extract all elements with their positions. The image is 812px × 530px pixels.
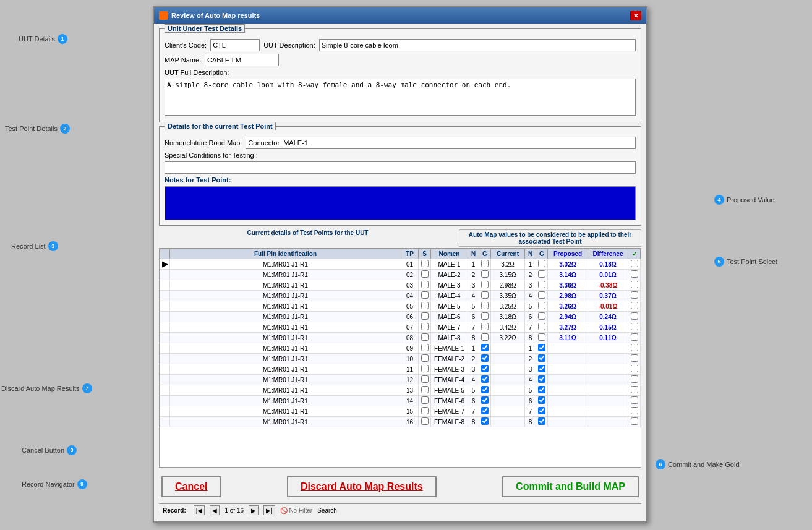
discard-button[interactable]: Discard Auto Map Results [287, 476, 437, 497]
cell-g[interactable] [479, 406, 491, 417]
cell-s[interactable] [419, 291, 431, 301]
cell-g2[interactable] [536, 259, 548, 270]
nav-prev-button[interactable]: ◀ [210, 505, 220, 515]
cell-s[interactable] [419, 364, 431, 375]
cell-select[interactable] [628, 333, 641, 343]
row-pointer [160, 333, 170, 343]
cell-select[interactable] [628, 322, 641, 333]
cell-s[interactable] [419, 280, 431, 291]
cell-select[interactable] [628, 354, 641, 364]
cell-n: 1 [468, 343, 479, 354]
search-label[interactable]: Search [317, 507, 337, 514]
cell-s[interactable] [419, 396, 431, 406]
cell-select[interactable] [628, 385, 641, 396]
cell-select[interactable] [628, 396, 641, 406]
cell-pin: M1:MR01 J1-R1 [170, 301, 401, 312]
cell-g2[interactable] [536, 354, 548, 364]
cell-g2[interactable] [536, 333, 548, 343]
cell-g[interactable] [479, 354, 491, 364]
table-row: M1:MR01 J1-R1 16 FEMALE-8 8 8 [160, 417, 641, 427]
cell-pin: M1:MR01 J1-R1 [170, 280, 401, 291]
cell-g[interactable] [479, 291, 491, 301]
cell-g2[interactable] [536, 417, 548, 427]
annotation-commit-make-gold: 6 Commit and Make Gold [656, 459, 740, 469]
data-table-container[interactable]: Full Pin Identification TP S Nomen N G C… [159, 248, 641, 468]
cell-g2[interactable] [536, 406, 548, 417]
cell-g2[interactable] [536, 312, 548, 322]
cell-g2[interactable] [536, 280, 548, 291]
cell-g2[interactable] [536, 364, 548, 375]
cell-nomen: MALE-1 [431, 259, 468, 270]
nav-last-button[interactable]: ▶| [263, 505, 275, 515]
clients-code-input[interactable] [210, 39, 260, 51]
map-name-input[interactable] [205, 54, 279, 66]
cell-current [491, 396, 525, 406]
cell-s[interactable] [419, 312, 431, 322]
notes-field [165, 186, 636, 220]
cell-g[interactable] [479, 333, 491, 343]
cell-select[interactable] [628, 291, 641, 301]
cell-select[interactable] [628, 280, 641, 291]
cell-select[interactable] [628, 417, 641, 427]
cell-g[interactable] [479, 343, 491, 354]
cell-s[interactable] [419, 270, 431, 280]
cell-select[interactable] [628, 301, 641, 312]
titlebar-left: Review of Auto Map results [159, 11, 260, 20]
cell-s[interactable] [419, 322, 431, 333]
cell-g[interactable] [479, 385, 491, 396]
table-body: ▶ M1:MR01 J1-R1 01 MALE-1 1 3.2Ω 1 3.02Ω… [160, 259, 641, 427]
cell-s[interactable] [419, 259, 431, 270]
cell-n: 5 [468, 385, 479, 396]
commit-button[interactable]: Commit and Build MAP [502, 476, 639, 497]
cell-select[interactable] [628, 364, 641, 375]
cell-s[interactable] [419, 375, 431, 385]
cell-g[interactable] [479, 259, 491, 270]
cell-n: 3 [468, 280, 479, 291]
cell-select[interactable] [628, 259, 641, 270]
cell-select[interactable] [628, 375, 641, 385]
cell-g2[interactable] [536, 385, 548, 396]
cell-s[interactable] [419, 417, 431, 427]
cell-s[interactable] [419, 343, 431, 354]
cell-s[interactable] [419, 301, 431, 312]
cell-select[interactable] [628, 270, 641, 280]
cell-current [491, 406, 525, 417]
cell-s[interactable] [419, 385, 431, 396]
cell-tp: 05 [401, 301, 419, 312]
th-g2: G [536, 249, 548, 259]
cell-g[interactable] [479, 396, 491, 406]
cell-g[interactable] [479, 280, 491, 291]
cell-g[interactable] [479, 312, 491, 322]
cancel-button[interactable]: Cancel [161, 476, 221, 497]
cell-select[interactable] [628, 406, 641, 417]
uut-description-input[interactable] [319, 39, 636, 51]
cell-g2[interactable] [536, 291, 548, 301]
cell-tp: 02 [401, 270, 419, 280]
cell-tp: 16 [401, 417, 419, 427]
cell-g2[interactable] [536, 270, 548, 280]
row-pointer [160, 375, 170, 385]
cell-g2[interactable] [536, 396, 548, 406]
cell-g2[interactable] [536, 375, 548, 385]
special-conditions-input[interactable] [165, 161, 636, 174]
cell-select[interactable] [628, 343, 641, 354]
nav-first-button[interactable]: |◀ [194, 505, 205, 515]
cell-g[interactable] [479, 322, 491, 333]
cell-g[interactable] [479, 417, 491, 427]
cell-g[interactable] [479, 364, 491, 375]
cell-s[interactable] [419, 406, 431, 417]
cell-g[interactable] [479, 375, 491, 385]
cell-g2[interactable] [536, 322, 548, 333]
cell-s[interactable] [419, 333, 431, 343]
cell-g[interactable] [479, 270, 491, 280]
cell-g[interactable] [479, 301, 491, 312]
close-button[interactable]: ✕ [630, 11, 641, 20]
cell-g2[interactable] [536, 343, 548, 354]
cell-g2[interactable] [536, 301, 548, 312]
cell-select[interactable] [628, 312, 641, 322]
nav-next-button[interactable]: ▶ [249, 505, 259, 515]
th-arrow [160, 249, 170, 259]
cell-s[interactable] [419, 354, 431, 364]
nomenclature-input[interactable] [246, 137, 636, 149]
full-description-textarea[interactable]: A simple 8-core cable loom with 8-way fe… [165, 79, 636, 116]
